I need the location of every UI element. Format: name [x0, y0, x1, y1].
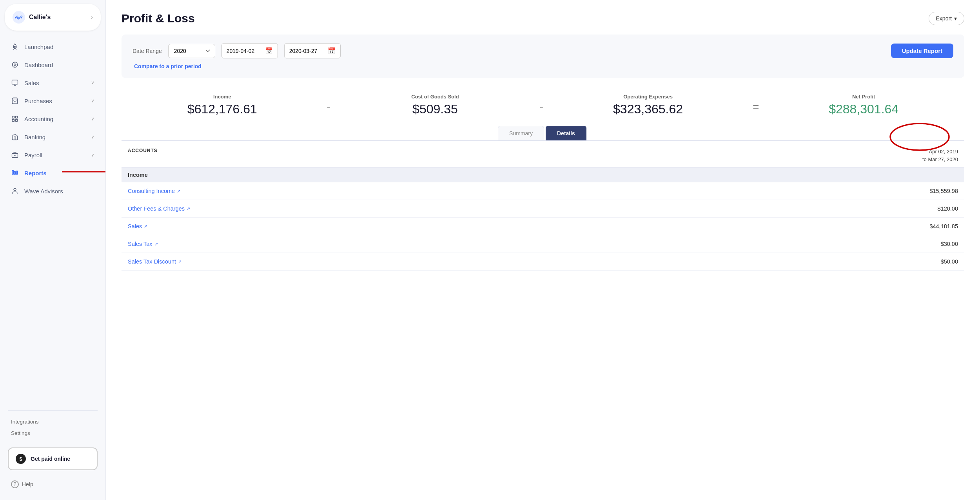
settings-link[interactable]: Settings	[11, 427, 94, 439]
banking-icon	[11, 133, 19, 141]
date-start-container: 📅	[221, 43, 278, 58]
minus-operator-2: -	[536, 101, 547, 116]
cart-icon	[11, 97, 19, 105]
main-header: Profit & Loss Export ▾	[122, 12, 964, 25]
sidebar-item-wave-advisors[interactable]: Wave Advisors	[0, 182, 105, 200]
sidebar-item-label-dashboard: Dashboard	[24, 62, 53, 68]
external-link-icon-3: ↗	[144, 224, 147, 229]
sidebar-item-label-sales: Sales	[24, 80, 39, 86]
stats-row: Income $612,176.61 - Cost of Goods Sold …	[122, 89, 964, 126]
tabs-annotation-container: Summary Details	[122, 126, 964, 141]
rocket-icon	[11, 43, 19, 51]
accounts-date-range: Apr 02, 2019 to Mar 27, 2020	[922, 148, 958, 163]
sales-tax-discount-link[interactable]: Sales Tax Discount ↗	[128, 258, 181, 265]
annotation-arrow	[62, 166, 106, 179]
minus-operator: -	[323, 101, 334, 116]
compare-link[interactable]: Compare to a prior period	[132, 63, 953, 69]
tabs-row: Summary Details	[122, 126, 964, 141]
svg-rect-6	[12, 116, 14, 118]
profit-stat: Net Profit $288,301.64	[763, 94, 964, 116]
cogs-value: $509.35	[334, 102, 536, 116]
sidebar-item-label-purchases: Purchases	[24, 98, 52, 104]
payroll-chevron-icon: ∨	[91, 152, 94, 158]
other-fees-link[interactable]: Other Fees & Charges ↗	[128, 205, 190, 212]
company-switcher[interactable]: Callie's ›	[5, 4, 101, 31]
income-section-header: Income	[122, 167, 964, 182]
sales-link[interactable]: Sales ↗	[128, 223, 147, 229]
table-row: Consulting Income ↗ $15,559.98	[122, 182, 964, 200]
person-icon	[11, 187, 19, 195]
table-row: Sales ↗ $44,181.85	[122, 218, 964, 235]
sidebar-item-reports[interactable]: Reports	[0, 164, 105, 182]
dollar-icon: $	[16, 454, 26, 464]
sidebar-item-launchpad[interactable]: Launchpad	[0, 38, 105, 56]
external-link-icon: ↗	[177, 189, 180, 194]
sidebar-item-purchases[interactable]: Purchases ∨	[0, 92, 105, 110]
sales-tax-discount-value: $50.00	[941, 258, 958, 265]
date-range-label: Date Range	[132, 48, 162, 54]
consulting-income-value: $15,559.98	[929, 188, 958, 194]
sales-chevron-icon: ∨	[91, 80, 94, 85]
sidebar-item-payroll[interactable]: Payroll ∨	[0, 146, 105, 164]
opex-stat: Operating Expenses $323,365.62	[547, 94, 749, 116]
equals-operator: =	[749, 101, 763, 116]
cogs-stat: Cost of Goods Sold $509.35	[334, 94, 536, 116]
tab-details[interactable]: Details	[546, 126, 586, 140]
svg-point-3	[14, 64, 16, 66]
export-button[interactable]: Export ▾	[929, 12, 964, 25]
date-end-input[interactable]	[289, 48, 325, 54]
profit-label: Net Profit	[763, 94, 964, 100]
sidebar-item-accounting[interactable]: Accounting ∨	[0, 110, 105, 128]
sidebar-item-banking[interactable]: Banking ∨	[0, 128, 105, 146]
income-label: Income	[122, 94, 323, 100]
date-end-container: 📅	[284, 43, 341, 58]
sales-icon	[11, 79, 19, 87]
tab-summary-label: Summary	[509, 130, 533, 136]
accounts-date-line2: to Mar 27, 2020	[922, 156, 958, 164]
svg-rect-4	[12, 80, 18, 84]
external-link-icon-2: ↗	[187, 206, 190, 211]
sidebar-nav: Launchpad Dashboard Sales ∨ Purchases ∨	[0, 35, 105, 407]
company-name: Callie's	[29, 14, 51, 21]
calendar-start-icon[interactable]: 📅	[265, 47, 273, 55]
profit-value: $288,301.64	[763, 102, 964, 116]
income-stat: Income $612,176.61	[122, 94, 323, 116]
accounting-chevron-icon: ∨	[91, 116, 94, 122]
table-row: Sales Tax ↗ $30.00	[122, 235, 964, 253]
external-link-icon-4: ↗	[154, 242, 158, 247]
external-link-icon-5: ↗	[178, 259, 181, 264]
sidebar-small-links: Integrations Settings	[0, 414, 105, 441]
svg-rect-13	[12, 170, 13, 175]
cogs-label: Cost of Goods Sold	[334, 94, 536, 100]
svg-point-18	[14, 188, 16, 191]
help-label: Help	[22, 481, 33, 487]
help-link[interactable]: ? Help	[0, 476, 105, 492]
svg-rect-15	[16, 171, 18, 175]
sidebar-item-label-reports: Reports	[24, 170, 47, 176]
payroll-icon	[11, 151, 19, 159]
svg-rect-8	[12, 120, 14, 122]
svg-rect-7	[16, 116, 18, 118]
other-fees-value: $120.00	[938, 205, 958, 212]
integrations-link[interactable]: Integrations	[11, 416, 94, 427]
opex-label: Operating Expenses	[547, 94, 749, 100]
date-start-input[interactable]	[227, 48, 262, 54]
sales-tax-link[interactable]: Sales Tax ↗	[128, 241, 158, 247]
sidebar-divider	[8, 410, 98, 411]
help-circle-icon: ?	[11, 480, 19, 488]
sidebar-item-label-wave-advisors: Wave Advisors	[24, 188, 63, 195]
sidebar-item-sales[interactable]: Sales ∨	[0, 74, 105, 92]
calendar-end-icon[interactable]: 📅	[328, 47, 336, 55]
sales-tax-value: $30.00	[941, 241, 958, 247]
update-report-button[interactable]: Update Report	[891, 44, 953, 58]
consulting-income-link[interactable]: Consulting Income ↗	[128, 188, 180, 194]
filter-bar: Date Range 2020 2019 Custom 📅 📅 Update R…	[122, 35, 964, 78]
tab-summary[interactable]: Summary	[498, 126, 544, 140]
sidebar-item-dashboard[interactable]: Dashboard	[0, 56, 105, 74]
page-title: Profit & Loss	[122, 12, 195, 25]
reports-icon	[11, 169, 19, 177]
income-value: $612,176.61	[122, 102, 323, 116]
accounts-label: ACCOUNTS	[128, 148, 158, 153]
get-paid-button[interactable]: $ Get paid online	[8, 447, 98, 470]
date-range-select[interactable]: 2020 2019 Custom	[168, 44, 215, 58]
